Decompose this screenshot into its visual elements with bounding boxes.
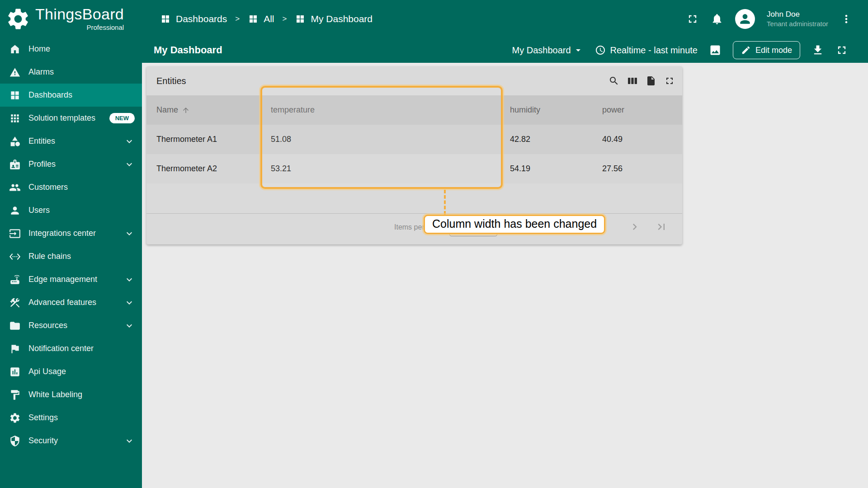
column-header-name[interactable]: Name [146,105,261,115]
security-icon [9,435,21,447]
user-info[interactable]: John Doe Tenant administrator [767,9,828,28]
cell-humidity: 54.19 [500,164,592,174]
api-usage-icon [9,366,21,378]
sidebar-item-label: Edge management [28,275,97,284]
notification-center-icon [9,343,21,355]
sidebar-item-notification-center[interactable]: Notification center [0,337,142,360]
breadcrumb-label: Dashboards [176,14,227,24]
chevron-down-icon [124,136,135,147]
sidebar-item-solution-templates[interactable]: Solution templates NEW [0,107,142,130]
column-label: humidity [510,105,540,115]
sidebar-item-label: Integrations center [28,229,96,238]
widget-actions [609,75,675,86]
rule-chains-icon [9,251,21,263]
sidebar-item-label: Resources [28,321,67,330]
white-labeling-icon [9,389,21,401]
integrations-icon [9,228,21,239]
advanced-features-icon [9,297,21,309]
dashboard-grid-icon [295,14,306,24]
person-icon [738,12,752,26]
sidebar-item-dashboards[interactable]: Dashboards [0,84,142,107]
user-avatar[interactable] [735,9,755,29]
sidebar-item-label: Customers [28,183,68,192]
sidebar-item-label: Security [28,436,58,446]
sidebar-item-label: Dashboards [28,90,72,100]
dashboard-selector[interactable]: My Dashboard [512,45,583,56]
breadcrumb-my-dashboard[interactable]: My Dashboard [295,14,373,24]
thingsboard-logo[interactable]: ThingsBoard Professional [0,0,142,38]
chevron-down-icon [124,320,135,331]
last-page-button[interactable] [655,221,668,233]
notifications-bell-icon[interactable] [711,13,723,25]
entities-icon [9,136,21,147]
breadcrumb-dashboards[interactable]: Dashboards [160,14,227,24]
sidebar-item-label: Solution templates [28,113,95,123]
edit-mode-button[interactable]: Edit mode [733,41,800,59]
dashboard-selector-value: My Dashboard [512,45,571,56]
sidebar-item-label: Notification center [28,344,94,353]
sidebar-item-home[interactable]: Home [0,38,142,61]
sidebar-item-label: Users [28,206,50,215]
sidebar-item-label: Settings [28,413,58,422]
timewindow-label: Realtime - last minute [610,45,698,56]
new-badge: NEW [109,113,135,123]
sidebar-item-entities[interactable]: Entities [0,130,142,153]
sidebar-item-api-usage[interactable]: Api Usage [0,360,142,383]
edit-mode-label: Edit mode [755,46,792,55]
widget-header: Entities [146,66,682,95]
cell-humidity: 42.82 [500,135,592,144]
table-row[interactable]: Thermometer A2 53.21 54.19 27.56 [146,154,682,183]
sidebar-item-label: Home [28,44,50,54]
cell-temperature: 51.08 [261,135,500,144]
column-header-temperature[interactable]: temperature [261,105,500,115]
sidebar-item-label: White Labeling [28,390,82,399]
cell-name: Thermometer A1 [146,135,261,144]
sidebar-item-edge-management[interactable]: Edge management [0,268,142,291]
sidebar-item-users[interactable]: Users [0,199,142,222]
sidebar: ThingsBoard Professional Home Alarms Das… [0,0,142,488]
user-name: John Doe [767,9,828,19]
dashboards-icon [9,89,21,101]
sidebar-item-advanced-features[interactable]: Advanced features [0,291,142,314]
sidebar-item-security[interactable]: Security [0,429,142,452]
sidebar-item-customers[interactable]: Customers [0,176,142,199]
more-vert-icon[interactable] [840,13,853,25]
sidebar-item-integrations-center[interactable]: Integrations center [0,222,142,245]
export-file-icon[interactable] [646,75,656,86]
columns-icon[interactable] [627,75,638,86]
sidebar-item-rule-chains[interactable]: Rule chains [0,245,142,268]
download-icon[interactable] [811,44,824,56]
timewindow-button[interactable]: Realtime - last minute [595,45,698,56]
dashboard-image-icon[interactable] [709,44,722,56]
thingsboard-app: ThingsBoard Professional Home Alarms Das… [0,0,868,488]
widget-fullscreen-icon[interactable] [664,75,675,86]
dashboard-grid-icon [248,14,259,24]
pencil-icon [741,45,751,55]
breadcrumb-label: All [264,14,274,24]
brand-edition: Professional [87,23,124,31]
search-icon[interactable] [609,75,619,86]
breadcrumb-label: My Dashboard [311,14,373,24]
table-row[interactable]: Thermometer A1 51.08 42.82 40.49 [146,125,682,154]
sidebar-item-settings[interactable]: Settings [0,406,142,429]
table-header-row: Name temperature humidity power [146,95,682,125]
fullscreen-icon[interactable] [686,13,699,25]
fullscreen-icon[interactable] [835,44,848,56]
chevron-down-icon [124,159,135,170]
column-label: Name [156,105,178,115]
sidebar-item-white-labeling[interactable]: White Labeling [0,383,142,406]
cell-power: 40.49 [592,135,682,144]
column-header-power[interactable]: power [592,105,682,115]
users-icon [9,205,21,216]
breadcrumb: Dashboards > All > My Dashboard [160,14,373,24]
next-page-button[interactable] [628,221,641,233]
column-header-humidity[interactable]: humidity [500,105,592,115]
breadcrumb-separator: > [283,14,287,23]
chevron-down-icon [124,228,135,239]
chevron-down-icon [124,436,135,446]
sidebar-item-alarms[interactable]: Alarms [0,61,142,84]
sidebar-nav: Home Alarms Dashboards Solution template… [0,38,142,452]
breadcrumb-all[interactable]: All [248,14,274,24]
sidebar-item-resources[interactable]: Resources [0,314,142,337]
sidebar-item-profiles[interactable]: Profiles [0,153,142,176]
